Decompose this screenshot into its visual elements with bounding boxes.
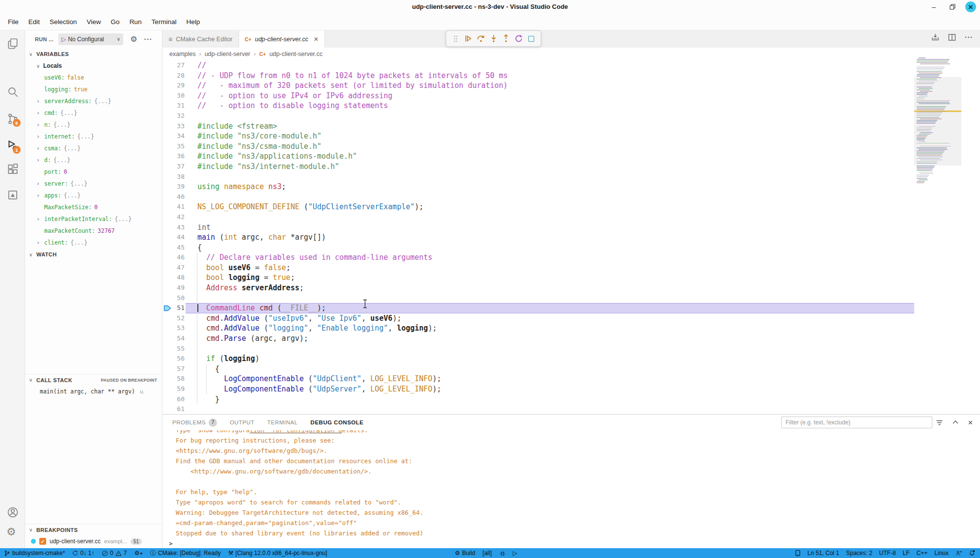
menu-help[interactable]: Help (181, 14, 205, 30)
panel-tab-problems[interactable]: PROBLEMS7 (172, 415, 217, 430)
tab-close-icon[interactable]: ✕ (314, 36, 319, 43)
console-prompt[interactable]: > (163, 538, 976, 548)
step-over-icon[interactable] (475, 33, 486, 44)
git-sync-item[interactable]: 0↓ 1↑ (72, 550, 94, 557)
debug-more-actions[interactable]: ··· (144, 35, 153, 43)
variables-section-header[interactable]: ∨ VARIABLES (25, 48, 162, 60)
indentation-item[interactable]: Spaces: 2 (846, 550, 872, 557)
scope-locals[interactable]: ∨ Locals (25, 60, 162, 72)
line-number[interactable]: 57 (163, 364, 185, 374)
step-into-icon[interactable] (488, 33, 499, 44)
variable-row-n[interactable]: ›n:{...} (25, 119, 162, 131)
variable-row-cmd[interactable]: ›cmd:{...} (25, 107, 162, 119)
breadcrumb-examples[interactable]: examples (169, 51, 196, 57)
line-number[interactable]: 59 (163, 384, 185, 394)
problems-item[interactable]: 0 7 (102, 550, 127, 557)
minimize-icon[interactable]: – (928, 1, 940, 13)
restart-icon[interactable] (514, 33, 524, 44)
start-debug-icon[interactable]: ▷ (61, 36, 66, 43)
stack-frame-main[interactable]: main(int argc, char ** argv) u. (25, 386, 162, 397)
variable-row-interPacketInterval[interactable]: ›interPacketInterval:{...} (25, 213, 162, 225)
console-filter-input[interactable] (781, 417, 932, 428)
breakpoint-item[interactable]: ✓ udp-client-server.cc exampl... 51 (25, 535, 162, 547)
line-number[interactable]: 29 (163, 81, 185, 91)
line-number[interactable]: 50 (163, 293, 185, 304)
line-number[interactable]: 34 (163, 131, 185, 141)
line-number[interactable]: 40 (163, 192, 185, 202)
watch-section-header[interactable]: ∨ WATCH (25, 249, 162, 260)
variable-row-port[interactable]: port:0 (25, 166, 162, 178)
notifications-bell-icon[interactable] (969, 550, 975, 557)
settings-gear-icon[interactable]: ⚙ (6, 527, 19, 539)
line-number[interactable]: 61 (163, 404, 185, 414)
variable-row-client[interactable]: ›client:{...} (25, 237, 162, 249)
variable-row-internet[interactable]: ›internet:{...} (25, 131, 162, 142)
chevron-up-icon[interactable] (952, 419, 959, 426)
variable-row-server[interactable]: ›server:{...} (25, 178, 162, 190)
line-number[interactable]: 32 (163, 111, 185, 121)
line-number[interactable]: 28 (163, 71, 185, 81)
line-number[interactable]: 44 (163, 232, 185, 243)
os-item[interactable]: Linux (934, 550, 949, 557)
menu-go[interactable]: Go (106, 14, 125, 30)
line-number[interactable]: 45 (163, 243, 185, 253)
extensions-icon[interactable] (6, 163, 19, 176)
breadcrumb-udp-client-server[interactable]: udp-client-server (205, 51, 250, 57)
panel-tab-debug-console[interactable]: DEBUG CONSOLE (310, 415, 363, 430)
minimap[interactable] (914, 57, 961, 200)
variable-row-serverAddress[interactable]: ›serverAddress:{...} (25, 95, 162, 107)
line-number[interactable]: 43 (163, 223, 185, 233)
menu-selection[interactable]: Selection (45, 14, 82, 30)
line-number[interactable]: 54 (163, 334, 185, 344)
breakpoints-section-header[interactable]: ∨ BREAKPOINTS (25, 524, 162, 535)
line-number[interactable]: 55 (163, 344, 185, 354)
line-number[interactable]: 35 (163, 141, 185, 152)
line-number[interactable]: 48 (163, 273, 185, 283)
tab-udp-client-server[interactable]: C+ udp-client-server.cc ✕ (239, 30, 325, 48)
editor-more-actions[interactable]: ··· (965, 33, 973, 41)
menu-terminal[interactable]: Terminal (146, 14, 181, 30)
cmake-kit-item[interactable]: ⚒ [Clang 12.0.0 x86_64-pc-linux-gnu] (228, 550, 327, 557)
variable-row-d[interactable]: ›d:{...} (25, 154, 162, 166)
variable-row-logging[interactable]: logging:true (25, 84, 162, 95)
cursor-position-item[interactable]: Ln 51, Col 1 (808, 550, 840, 557)
line-number[interactable]: 38 (163, 172, 185, 182)
panel-tab-output[interactable]: OUTPUT (230, 415, 254, 430)
stop-icon[interactable] (526, 33, 537, 44)
restore-icon[interactable] (947, 1, 958, 13)
variable-row-csma[interactable]: ›csma:{...} (25, 142, 162, 154)
feedback-icon[interactable] (955, 550, 962, 557)
cmake-launch-debug-icon[interactable]: ⚙▸ (134, 550, 142, 556)
cmake-target-item[interactable]: [all] (483, 550, 492, 557)
line-number[interactable]: 33 (163, 121, 185, 132)
continue-icon[interactable] (463, 33, 474, 44)
cmake-run-target-icon[interactable]: ▷ (513, 550, 517, 557)
language-mode-item[interactable]: C++ (917, 550, 928, 557)
line-number[interactable]: 58 (163, 374, 185, 384)
menu-edit[interactable]: Edit (24, 14, 45, 30)
line-number[interactable]: 49 (163, 283, 185, 293)
line-number[interactable]: 46 (163, 252, 185, 263)
line-number[interactable]: 60 (163, 394, 185, 405)
line-number[interactable]: 39 (163, 182, 185, 192)
variable-row-apps[interactable]: ›apps:{...} (25, 190, 162, 201)
menu-run[interactable]: Run (125, 14, 147, 30)
cmake-debug-target-icon[interactable] (499, 550, 506, 557)
call-stack-section-header[interactable]: ∨ CALL STACK PAUSED ON BREAKPOINT (25, 374, 162, 386)
line-number[interactable]: 30 (163, 91, 185, 101)
panel-close-icon[interactable]: ✕ (968, 419, 973, 426)
git-branch-item[interactable]: buildsystem-cmake* (4, 550, 65, 557)
breadcrumb-file[interactable]: udp-client-server.cc (270, 51, 323, 57)
variable-row-useV6[interactable]: useV6:false (25, 72, 162, 84)
line-number[interactable]: 31 (163, 101, 185, 111)
line-number[interactable]: 52 (163, 313, 185, 324)
line-number[interactable]: 37 (163, 162, 185, 172)
line-number[interactable]: 47 (163, 263, 185, 273)
cmake-panel-icon[interactable] (6, 189, 19, 201)
eol-item[interactable]: LF (903, 550, 910, 557)
line-number[interactable]: 41 (163, 202, 185, 212)
variable-row-maxPacketCount[interactable]: maxPacketCount:32767 (25, 225, 162, 237)
filter-lines-icon[interactable] (936, 419, 943, 426)
debug-settings-gear-icon[interactable]: ⚙ (130, 35, 137, 43)
line-number[interactable]: 27 (163, 60, 185, 71)
